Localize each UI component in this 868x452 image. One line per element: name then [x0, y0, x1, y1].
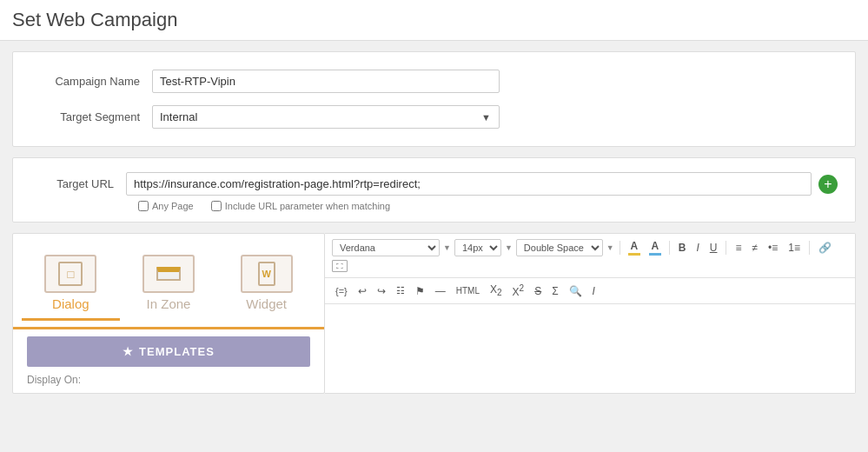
target-segment-wrapper: Internal External All Visitors ▼ — [152, 105, 500, 129]
widget-type-option[interactable]: W Widget — [217, 248, 315, 318]
star-icon: ★ — [123, 345, 134, 358]
campaign-name-label: Campaign Name — [30, 75, 152, 88]
url-label: Target URL — [30, 177, 126, 190]
target-segment-label: Target Segment — [30, 110, 152, 123]
image-button[interactable]: ⛶ — [332, 260, 348, 272]
campaign-name-row: Campaign Name — [30, 70, 838, 93]
any-page-checkbox-label[interactable]: Any Page — [138, 201, 194, 211]
target-url-input[interactable] — [126, 172, 812, 196]
source-button[interactable]: {=} — [332, 284, 351, 298]
dialog-icon-inner: □ — [58, 262, 83, 286]
toolbar-divider-3 — [726, 241, 726, 255]
table-button[interactable]: ☷ — [393, 283, 408, 298]
toolbar-divider-4 — [809, 241, 810, 255]
font-color-letter: A — [630, 240, 638, 252]
italic2-button[interactable]: I — [589, 283, 599, 299]
inzone-type-label: In Zone — [147, 296, 191, 311]
underline-button[interactable]: U — [706, 240, 721, 256]
inzone-icon — [142, 255, 195, 293]
font-family-select[interactable]: Verdana Arial Times New Roman — [332, 239, 440, 256]
bottom-section: □ Dialog In Zone W Widget ★ TEMPLATES — [12, 233, 856, 394]
strikethrough-button[interactable]: S — [531, 283, 545, 299]
toolbar-divider-1 — [620, 241, 620, 255]
dialog-type-label: Dialog — [52, 296, 89, 311]
campaign-types-panel: □ Dialog In Zone W Widget ★ TEMPLATES — [12, 233, 325, 394]
widget-icon: W — [241, 255, 293, 293]
bookmark-button[interactable]: ⚑ — [412, 283, 428, 299]
any-page-label: Any Page — [152, 201, 194, 211]
font-highlight-letter: A — [651, 240, 659, 252]
widget-icon-inner: W — [258, 262, 275, 286]
list-unordered-button[interactable]: •≡ — [765, 240, 781, 256]
target-segment-select[interactable]: Internal External All Visitors — [152, 105, 500, 129]
line-spacing-select[interactable]: Double Space Single Space 1.5 Space — [516, 239, 603, 256]
widget-type-label: Widget — [246, 296, 287, 311]
page-title: Set Web Campaign — [0, 0, 868, 41]
url-row: Target URL + — [30, 172, 838, 196]
include-url-label: Include URL parameter when matching — [225, 201, 390, 211]
editor-content-area[interactable] — [325, 304, 855, 393]
url-checkboxes: Any Page Include URL parameter when matc… — [30, 201, 838, 211]
italic-button[interactable]: I — [692, 240, 702, 256]
target-segment-row: Target Segment Internal External All Vis… — [30, 105, 838, 129]
editor-section: Verdana Arial Times New Roman ▼ 14px 12p… — [325, 233, 856, 394]
chevron-spacing-icon: ▼ — [606, 243, 614, 252]
hr-button[interactable]: — — [432, 283, 449, 299]
list-ordered-button[interactable]: 1≡ — [785, 240, 804, 256]
url-section: Target URL + Any Page Include URL parame… — [12, 157, 856, 223]
chevron-size-icon: ▼ — [505, 243, 513, 252]
toolbar-divider-2 — [669, 241, 670, 255]
campaign-type-options: □ Dialog In Zone W Widget — [13, 234, 324, 329]
dialog-type-option[interactable]: □ Dialog — [22, 248, 120, 321]
font-color-bar — [628, 253, 640, 256]
campaign-name-input[interactable] — [152, 70, 500, 93]
editor-toolbar-bottom: {=} ↩ ↪ ☷ ⚑ — HTML X2 X2 S Σ 🔍 I — [325, 278, 855, 304]
templates-button-label: TEMPLATES — [139, 345, 215, 358]
undo-button[interactable]: ↩ — [354, 283, 370, 299]
align-center-button[interactable]: ≠ — [748, 240, 761, 256]
templates-button[interactable]: ★ TEMPLATES — [27, 336, 310, 367]
campaign-form-section: Campaign Name Target Segment Internal Ex… — [12, 51, 856, 147]
subscript-button[interactable]: X2 — [487, 282, 506, 299]
chevron-font-icon: ▼ — [443, 243, 451, 252]
display-on-label: Display On: — [13, 370, 324, 389]
inzone-type-option[interactable]: In Zone — [120, 248, 218, 318]
align-left-button[interactable]: ≡ — [732, 240, 745, 256]
font-highlight-button[interactable]: A — [646, 239, 664, 256]
html-button[interactable]: HTML — [453, 284, 483, 297]
add-url-button[interactable]: + — [818, 175, 838, 194]
any-page-checkbox[interactable] — [138, 201, 149, 211]
superscript-button[interactable]: X2 — [509, 282, 528, 300]
dialog-icon: □ — [44, 255, 96, 293]
font-color-button[interactable]: A — [626, 239, 643, 256]
inzone-icon-inner — [156, 267, 181, 281]
include-url-checkbox-label[interactable]: Include URL parameter when matching — [211, 201, 390, 211]
link-button[interactable]: 🔗 — [815, 240, 835, 256]
sigma-button[interactable]: Σ — [548, 283, 561, 299]
bold-button[interactable]: B — [675, 240, 690, 256]
font-highlight-bar — [649, 253, 661, 256]
include-url-checkbox[interactable] — [211, 201, 222, 211]
font-size-select[interactable]: 14px 12px 16px 18px — [454, 239, 501, 256]
url-input-wrapper: + — [126, 172, 838, 196]
redo-button[interactable]: ↪ — [374, 283, 389, 299]
find-button[interactable]: 🔍 — [566, 283, 586, 299]
editor-toolbar-top: Verdana Arial Times New Roman ▼ 14px 12p… — [325, 234, 855, 278]
